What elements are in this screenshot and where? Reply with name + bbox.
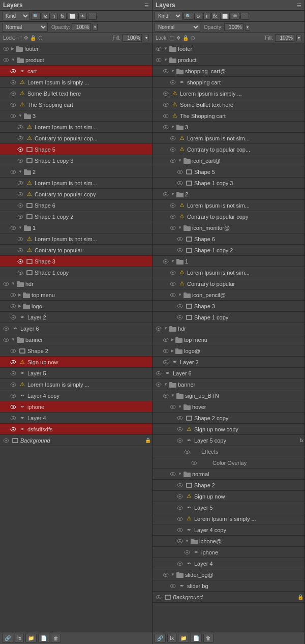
visibility-toggle[interactable] <box>9 90 17 98</box>
visibility-toggle[interactable] <box>176 235 184 243</box>
layer-item[interactable]: ⚠Contrary to popular copy <box>152 211 304 222</box>
visibility-toggle[interactable] <box>162 347 170 355</box>
layer-item[interactable]: ⚠Lorem Ipsum is not sim... <box>0 178 152 189</box>
expand-arrow[interactable]: ▼ <box>185 539 189 543</box>
opacity-input[interactable] <box>72 23 91 31</box>
visibility-toggle[interactable] <box>9 78 17 86</box>
layer-item[interactable]: ▼3 <box>0 110 152 122</box>
fill-input[interactable] <box>123 34 142 42</box>
layer-item[interactable]: ⚠Lorem Ipsum is not sim... <box>152 133 304 144</box>
layer-item[interactable]: ▼banner <box>152 379 304 390</box>
layer-item[interactable]: ▼hdr <box>152 323 304 334</box>
layer-item[interactable]: ✒cart <box>0 66 152 77</box>
visibility-toggle[interactable] <box>162 257 170 266</box>
layer-item[interactable]: ⚠The Shopping cart <box>152 110 304 122</box>
panel-menu-icon[interactable]: ☰ <box>144 3 149 8</box>
visibility-toggle[interactable] <box>176 515 184 523</box>
expand-arrow[interactable]: ▶ <box>171 337 174 342</box>
visibility-toggle[interactable] <box>169 269 177 277</box>
layer-item[interactable]: ▼iphone@ <box>152 536 304 547</box>
layer-item[interactable]: Shape 1 copy 2 <box>0 211 152 222</box>
layer-item[interactable]: Shape 2 <box>152 480 304 491</box>
visibility-toggle[interactable] <box>162 67 170 75</box>
visibility-toggle[interactable] <box>9 380 17 389</box>
layer-item[interactable]: ✒Layer 6 <box>152 368 304 379</box>
visibility-toggle[interactable] <box>2 45 10 53</box>
expand-arrow[interactable]: ▼ <box>171 259 175 264</box>
filter-eye-btn[interactable]: 👁 <box>231 13 239 20</box>
layer-item[interactable]: ▼1 <box>0 222 152 233</box>
blend-mode-select[interactable]: Normal <box>155 23 200 32</box>
visibility-toggle[interactable] <box>162 112 170 120</box>
expand-arrow[interactable]: ▼ <box>11 57 15 62</box>
layer-item[interactable]: ▶footer <box>0 43 152 54</box>
expand-arrow[interactable]: ▼ <box>164 57 168 62</box>
link-btn[interactable]: 🔗 <box>155 634 166 642</box>
visibility-toggle[interactable] <box>183 548 191 557</box>
layer-item[interactable]: ▼2 <box>0 166 152 178</box>
visibility-toggle[interactable] <box>162 123 170 131</box>
new-layer-btn[interactable]: 📄 <box>191 634 202 642</box>
visibility-toggle[interactable] <box>155 325 163 333</box>
filter-eye-btn[interactable]: 👁 <box>78 13 87 20</box>
expand-arrow[interactable]: ▼ <box>18 113 22 118</box>
layer-item[interactable]: ✒iphone <box>152 547 304 558</box>
visibility-toggle[interactable] <box>155 380 163 389</box>
layer-item[interactable]: ⚠Contrary to popular copy <box>0 189 152 200</box>
layer-item[interactable]: ✒Layer 5 <box>0 368 152 379</box>
expand-arrow[interactable]: ▼ <box>178 404 182 409</box>
expand-arrow[interactable]: ▶ <box>171 348 174 353</box>
layer-item[interactable]: ⚠Lorem Ipsum is not sim... <box>152 200 304 211</box>
layer-item[interactable]: ⚠Contrary to popular <box>152 278 304 289</box>
visibility-toggle[interactable] <box>155 56 163 64</box>
fill-arrow[interactable]: ▾ <box>296 35 301 41</box>
visibility-toggle[interactable] <box>176 560 184 568</box>
visibility-toggle[interactable] <box>9 392 17 400</box>
layer-item[interactable]: ✒Layer 4 <box>152 558 304 569</box>
visibility-toggle[interactable] <box>16 257 24 266</box>
visibility-toggle[interactable] <box>9 347 17 355</box>
layer-item[interactable]: ⚠Lorem Ipsum is not sim... <box>0 122 152 133</box>
layer-item[interactable]: ⚠Lorem Ipsum is not sim... <box>152 267 304 278</box>
expand-arrow[interactable]: ▼ <box>11 337 15 342</box>
visibility-toggle[interactable] <box>169 291 177 299</box>
expand-arrow[interactable]: ▼ <box>18 225 22 230</box>
visibility-toggle[interactable] <box>169 470 177 478</box>
layer-item[interactable]: ✒slider bg <box>152 580 304 592</box>
layer-item[interactable]: Shape 5 <box>152 166 304 178</box>
visibility-toggle[interactable] <box>2 280 10 288</box>
fx-btn[interactable]: fx <box>167 634 176 642</box>
visibility-toggle[interactable] <box>9 313 17 321</box>
visibility-toggle[interactable] <box>2 336 10 344</box>
delete-btn[interactable]: 🗑 <box>51 634 61 642</box>
visibility-toggle[interactable] <box>9 112 17 120</box>
visibility-toggle[interactable] <box>176 302 184 310</box>
layer-item[interactable]: ▼1 <box>152 256 304 267</box>
visibility-toggle[interactable] <box>176 481 184 489</box>
kind-select[interactable]: Kind <box>2 12 30 20</box>
opacity-arrow[interactable]: ▾ <box>93 24 98 31</box>
visibility-toggle[interactable] <box>16 190 24 198</box>
new-group-btn[interactable]: 📁 <box>178 634 189 642</box>
filter-fx-btn[interactable]: fx <box>59 13 67 20</box>
layer-item[interactable]: ▼hdr <box>0 278 152 289</box>
layer-item[interactable]: ⚠Contrary to popular cop... <box>0 133 152 144</box>
layer-item[interactable]: ✒Layer 2 <box>152 357 304 368</box>
layer-item[interactable]: Shape 3 <box>152 301 304 312</box>
visibility-toggle[interactable] <box>176 246 184 254</box>
layer-item[interactable]: ▶top menu <box>152 334 304 345</box>
layer-item[interactable]: ▼3 <box>152 122 304 133</box>
lock-all-btn[interactable]: 🔒 <box>182 35 189 41</box>
lock-artboard-btn[interactable]: ⬡ <box>191 35 195 41</box>
layer-item[interactable]: ✒Layer 4 copy <box>0 390 152 401</box>
filter-t-btn[interactable]: T <box>51 13 58 20</box>
visibility-toggle[interactable] <box>9 414 17 422</box>
visibility-toggle[interactable] <box>169 213 177 221</box>
fill-input[interactable] <box>275 34 294 42</box>
visibility-toggle[interactable] <box>169 403 177 411</box>
expand-arrow[interactable]: ▼ <box>171 69 175 73</box>
visibility-toggle[interactable] <box>169 157 177 165</box>
visibility-toggle[interactable] <box>9 67 17 75</box>
layer-item[interactable]: Shape 6 <box>0 200 152 211</box>
blend-mode-select[interactable]: Normal <box>2 23 48 32</box>
